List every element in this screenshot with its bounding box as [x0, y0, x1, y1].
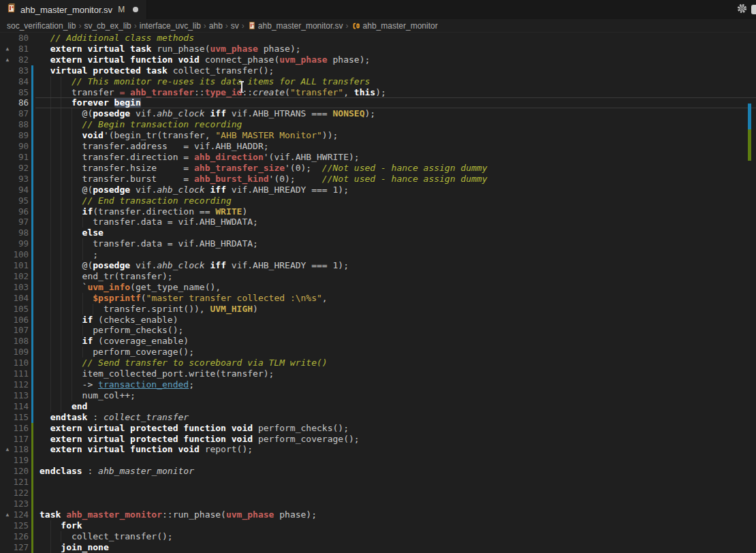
code-line[interactable]: 92 transfer.hsize = ahb_transfer_size'(0… — [0, 163, 756, 174]
code-line[interactable]: 94 @(posedge vif.ahb_clock iff vif.AHB_H… — [0, 185, 756, 195]
line-number[interactable]: 97 — [0, 217, 29, 227]
line-number[interactable]: 115 — [0, 412, 29, 423]
line-number[interactable]: 100 — [0, 249, 29, 260]
line-number[interactable]: 114 — [0, 401, 29, 412]
breadcrumb-item-sv[interactable]: sv — [231, 21, 239, 31]
code-line[interactable]: 104 $psprintf("master transfer collected… — [0, 293, 756, 304]
line-number[interactable]: 117 — [0, 434, 29, 445]
code-line[interactable]: 85 transfer = ahb_transfer::type_id::cre… — [0, 87, 756, 98]
line-number[interactable]: 102 — [0, 271, 29, 282]
code-editor[interactable]: 80 // Additional class methods▲81 extern… — [0, 33, 756, 553]
line-number[interactable]: 103 — [0, 282, 29, 293]
code-line[interactable]: 125 fork — [0, 520, 756, 531]
code-line[interactable]: 80 // Additional class methods — [0, 33, 756, 44]
code-line[interactable]: 119 — [0, 455, 756, 466]
code-line[interactable]: 97 transfer.data = vif.AHB_HWDATA; — [0, 217, 756, 227]
code-line[interactable]: ▲118 extern virtual function void report… — [0, 444, 756, 455]
gear-icon[interactable] — [736, 3, 748, 17]
code-line[interactable]: 122 — [0, 488, 756, 499]
line-number[interactable]: 81 — [0, 44, 29, 54]
line-number[interactable]: 108 — [0, 336, 29, 347]
line-number[interactable]: 93 — [0, 174, 29, 185]
code-line[interactable]: 103 `uvm_info(get_type_name(), — [0, 282, 756, 293]
line-number[interactable]: 85 — [0, 87, 29, 98]
code-line[interactable]: 88 // Begin transaction recording — [0, 119, 756, 130]
code-line[interactable]: ▲124task ahb_master_monitor::run_phase(u… — [0, 509, 756, 520]
code-line[interactable]: 110 // Send transfer to scoreboard via T… — [0, 358, 756, 368]
code-line[interactable]: 126 collect_transfer(); — [0, 531, 756, 542]
code-line[interactable]: 102 end_tr(transfer); — [0, 271, 756, 282]
line-number[interactable]: 109 — [0, 347, 29, 358]
code-line[interactable]: 116 extern virtual protected function vo… — [0, 423, 756, 434]
code-line[interactable]: ▲82 extern virtual function void connect… — [0, 54, 756, 65]
line-number[interactable]: 95 — [0, 195, 29, 206]
line-number[interactable]: 92 — [0, 163, 29, 174]
line-number[interactable]: 87 — [0, 108, 29, 119]
code-line[interactable]: 105 transfer.sprint()), UVM_HIGH) — [0, 304, 756, 315]
code-line[interactable]: 112 -> transaction_ended; — [0, 379, 756, 390]
code-line[interactable]: 91 transfer.direction = ahb_direction'(v… — [0, 152, 756, 163]
code-line[interactable]: 107 perform_checks(); — [0, 325, 756, 336]
code-line[interactable]: 115 endtask : collect_transfer — [0, 412, 756, 423]
code-line[interactable]: 100 ; — [0, 249, 756, 260]
line-number[interactable]: 119 — [0, 455, 29, 466]
code-line[interactable]: 99 transfer.data = vif.AHB_HRDATA; — [0, 238, 756, 249]
line-number[interactable]: 116 — [0, 423, 29, 434]
code-line[interactable]: 90 transfer.address = vif.AHB_HADDR; — [0, 141, 756, 152]
line-number[interactable]: 113 — [0, 390, 29, 401]
line-number[interactable]: 121 — [0, 477, 29, 488]
line-number[interactable]: 123 — [0, 499, 29, 509]
code-line[interactable]: 95 // End transaction recording — [0, 195, 756, 206]
line-number[interactable]: 106 — [0, 315, 29, 326]
overview-ruler[interactable] — [746, 33, 756, 553]
modified-dot-icon[interactable] — [133, 7, 138, 12]
line-number[interactable]: 83 — [0, 65, 29, 76]
breadcrumb-item-ahb_master_monitor.sv[interactable]: ahb_master_monitor.sv — [247, 21, 343, 31]
code-line[interactable]: 109 perform_coverage(); — [0, 347, 756, 358]
line-number[interactable]: 111 — [0, 368, 29, 379]
line-number[interactable]: 89 — [0, 130, 29, 141]
code-line[interactable]: 120endclass : ahb_master_monitor — [0, 466, 756, 477]
code-line[interactable]: 87 @(posedge vif.ahb_clock iff vif.AHB_H… — [0, 108, 756, 119]
code-line[interactable]: ▲81 extern virtual task run_phase(uvm_ph… — [0, 44, 756, 54]
line-number[interactable]: 98 — [0, 227, 29, 238]
code-line[interactable]: 111 item_collected_port.write(transfer); — [0, 368, 756, 379]
line-number[interactable]: 88 — [0, 119, 29, 130]
line-number[interactable]: 96 — [0, 206, 29, 217]
line-number[interactable]: 107 — [0, 325, 29, 336]
code-line[interactable]: 93 transfer.burst = ahb_burst_kind'(0); … — [0, 174, 756, 185]
line-number[interactable]: 125 — [0, 520, 29, 531]
code-line[interactable]: 98 else — [0, 227, 756, 238]
line-number[interactable]: 112 — [0, 379, 29, 390]
breadcrumb-item-interface_uvc_lib[interactable]: interface_uvc_lib — [140, 21, 201, 31]
breadcrumb-item-sv_cb_ex_lib[interactable]: sv_cb_ex_lib — [84, 21, 131, 31]
line-number[interactable]: 82 — [0, 54, 29, 65]
line-number[interactable]: 104 — [0, 293, 29, 304]
line-number[interactable]: 127 — [0, 542, 29, 553]
code-line[interactable]: 89 void'(begin_tr(transfer, "AHB MASTER … — [0, 130, 756, 141]
breadcrumb-item-soc_verification_lib[interactable]: soc_verification_lib — [7, 21, 76, 31]
line-number[interactable]: 80 — [0, 33, 29, 44]
code-line[interactable]: 96 if(transfer.direction == WRITE) — [0, 206, 756, 217]
line-number[interactable]: 110 — [0, 358, 29, 368]
line-number[interactable]: 94 — [0, 185, 29, 195]
line-number[interactable]: 84 — [0, 76, 29, 87]
code-line[interactable]: 101 @(posedge vif.ahb_clock iff vif.AHB_… — [0, 260, 756, 271]
code-line[interactable]: 121 — [0, 477, 756, 488]
line-number[interactable]: 118 — [0, 444, 29, 455]
line-number[interactable]: 99 — [0, 238, 29, 249]
line-number[interactable]: 105 — [0, 304, 29, 315]
code-line[interactable]: 84 // This monitor re-uses its data item… — [0, 76, 756, 87]
line-number[interactable]: 120 — [0, 466, 29, 477]
line-number[interactable]: 124 — [0, 509, 29, 520]
code-line[interactable]: 114 end — [0, 401, 756, 412]
code-line[interactable]: 86 forever begin — [0, 97, 756, 108]
tab-ahb-master-monitor[interactable]: ahb_master_monitor.sv M — [0, 0, 147, 19]
breadcrumb-item-ahb_master_monitor[interactable]: ahb_master_monitor — [351, 21, 438, 31]
line-number[interactable]: 86 — [0, 97, 29, 108]
code-line[interactable]: 123 — [0, 499, 756, 509]
code-line[interactable]: 83 virtual protected task collect_transf… — [0, 65, 756, 76]
line-number[interactable]: 101 — [0, 260, 29, 271]
line-number[interactable]: 90 — [0, 141, 29, 152]
code-line[interactable]: 108 if (coverage_enable) — [0, 336, 756, 347]
